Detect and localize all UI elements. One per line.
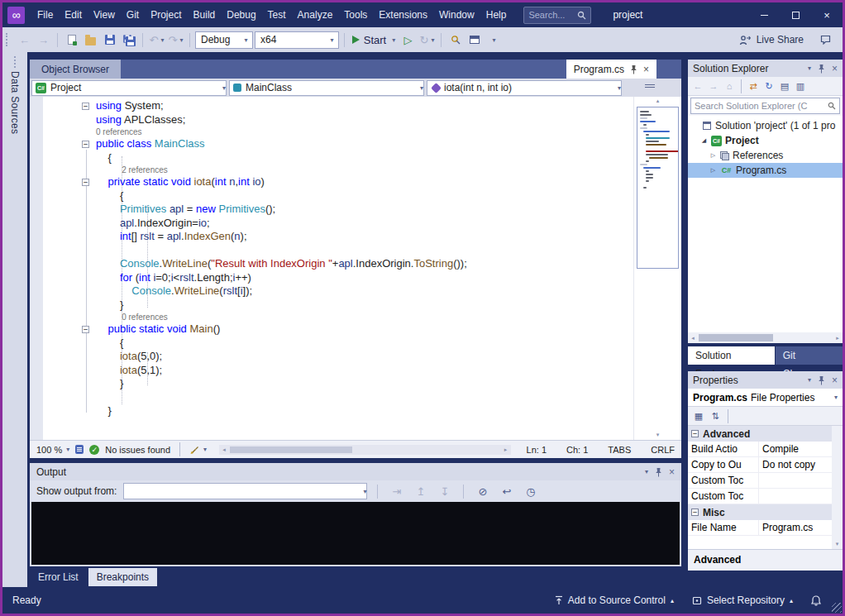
configuration-select[interactable]: Debug▾ <box>195 31 253 49</box>
close-icon[interactable]: × <box>832 375 838 386</box>
fold-toggle-icon[interactable]: − <box>82 326 89 333</box>
tab-program-cs[interactable]: Program.cs × <box>566 60 656 79</box>
property-row[interactable]: Build ActioCompile <box>688 442 832 457</box>
dropdown-caret-icon[interactable]: ▾ <box>363 488 366 495</box>
search-icon[interactable] <box>828 102 836 110</box>
line-indicator[interactable]: Ln: 1 <box>527 445 547 455</box>
search-input[interactable] <box>528 10 574 20</box>
nav-forward-icon[interactable]: → <box>706 79 721 93</box>
undo-button[interactable]: ↶▾ <box>148 31 165 49</box>
dropdown-caret-icon[interactable]: ▾ <box>808 64 811 72</box>
sort-az-icon[interactable]: ⇅ <box>708 408 723 423</box>
horizontal-scrollbar[interactable]: ◂ ▸ <box>219 445 510 455</box>
nav-forward-icon[interactable]: → <box>35 31 52 49</box>
property-row[interactable]: Custom Toc <box>688 489 832 504</box>
property-value[interactable] <box>759 473 832 488</box>
menu-item-project[interactable]: Project <box>145 6 187 24</box>
column-indicator[interactable]: Ch: 1 <box>566 445 588 455</box>
menu-item-window[interactable]: Window <box>433 6 480 24</box>
scroll-right-icon[interactable]: ▸ <box>833 335 843 341</box>
eol-indicator[interactable]: CRLF <box>651 445 675 455</box>
document-health-icon[interactable] <box>75 445 84 454</box>
se-sync-icon[interactable]: ⇄ <box>746 79 761 93</box>
codelens-references[interactable]: 0 references <box>30 312 633 322</box>
se-properties-icon[interactable]: ▥ <box>793 79 808 93</box>
se-refresh-icon[interactable]: ↻ <box>761 79 776 93</box>
maximize-button[interactable] <box>780 2 811 27</box>
clear-output-icon[interactable]: ⊘ <box>474 482 491 500</box>
search-icon[interactable] <box>577 11 586 20</box>
nav-back-icon[interactable]: ← <box>16 31 33 49</box>
panel-tab-error-list[interactable]: Error List <box>30 568 87 586</box>
scroll-down-icon[interactable]: ▾ <box>832 541 843 547</box>
feedback-button[interactable] <box>817 31 834 49</box>
menu-item-edit[interactable]: Edit <box>59 6 88 24</box>
scroll-down-icon[interactable]: ▾ <box>634 432 681 438</box>
live-share-button[interactable]: Live Share <box>739 34 804 45</box>
member-dropdown[interactable]: iota(int n, int io)▾ <box>427 80 622 96</box>
scroll-left-icon[interactable]: ◂ <box>219 446 229 453</box>
property-row[interactable]: File NameProgram.cs <box>688 520 832 536</box>
menu-item-test[interactable]: Test <box>262 6 292 24</box>
indent-mode-indicator[interactable]: TABS <box>608 445 631 455</box>
close-icon[interactable]: × <box>832 63 838 74</box>
output-source-select[interactable]: ▾ <box>123 483 367 499</box>
tree-item-solution-project-1-of-1-pro[interactable]: Solution 'project' (1 of 1 pro <box>688 118 843 133</box>
solution-search[interactable] <box>688 96 843 116</box>
minimap[interactable]: ▴ ▾ <box>633 97 681 440</box>
menu-item-view[interactable]: View <box>88 6 121 24</box>
find-in-files-button[interactable] <box>446 31 464 49</box>
code-surface[interactable]: −using System;using APLClasses;0 referen… <box>30 97 681 440</box>
dropdown-caret-icon[interactable]: ▾ <box>240 32 252 48</box>
properties-title-bar[interactable]: Properties ▾ × <box>688 371 843 389</box>
fold-toggle-icon[interactable]: − <box>82 179 89 186</box>
codelens-references[interactable]: 0 references <box>30 127 633 137</box>
scroll-up-icon[interactable]: ▴ <box>634 98 681 104</box>
open-file-button[interactable] <box>82 31 99 49</box>
output-content[interactable] <box>31 502 680 565</box>
dropdown-caret-icon[interactable]: ▾ <box>808 376 811 384</box>
data-sources-tab[interactable]: Data Sources <box>9 71 21 134</box>
start-debug-button[interactable]: Start▾ <box>350 31 398 49</box>
codelens-references[interactable]: 2 references <box>30 165 633 175</box>
pin-icon[interactable] <box>818 375 825 385</box>
history-icon[interactable]: ◷ <box>522 482 539 500</box>
output-title-bar[interactable]: Output ▾ × <box>30 463 681 480</box>
tree-collapsed-icon[interactable]: ▷ <box>709 152 717 159</box>
solution-search-input[interactable] <box>695 101 825 111</box>
fold-toggle-icon[interactable]: − <box>82 103 89 110</box>
command-window-button[interactable] <box>465 31 483 49</box>
menu-item-git[interactable]: Git <box>121 6 145 24</box>
collapse-box-icon[interactable]: − <box>691 509 699 516</box>
scroll-right-icon[interactable]: ▸ <box>501 446 511 453</box>
toolbar-overflow-button[interactable]: ▾ <box>485 31 502 49</box>
code-cleanup-button[interactable]: ▾ <box>189 445 207 455</box>
hot-reload-button[interactable]: ↻▾ <box>418 31 436 49</box>
toolbar-grip[interactable] <box>6 33 10 46</box>
close-icon[interactable]: × <box>669 466 675 478</box>
solution-explorer-title-bar[interactable]: Solution Explorer ▾ × <box>688 60 843 77</box>
type-dropdown[interactable]: MainClass▾ <box>229 80 424 96</box>
property-value[interactable] <box>759 489 832 504</box>
property-value[interactable]: Do not copy <box>759 457 832 472</box>
tree-item-references[interactable]: ▷References <box>688 148 843 163</box>
tree-item-program-cs[interactable]: ▷C#Program.cs <box>688 163 843 178</box>
pin-icon[interactable] <box>818 64 825 74</box>
pin-icon[interactable] <box>655 467 662 477</box>
resize-grip[interactable] <box>832 603 842 613</box>
menu-item-analyze[interactable]: Analyze <box>292 6 339 24</box>
dropdown-caret-icon[interactable]: ▾ <box>834 394 838 401</box>
tool-tab-git-changes[interactable]: Git Changes <box>776 346 843 365</box>
code-lines[interactable]: −using System;using APLClasses;0 referen… <box>30 97 633 440</box>
pin-icon[interactable] <box>630 64 637 74</box>
scroll-left-icon[interactable]: ◂ <box>688 335 698 341</box>
tree-item-project[interactable]: ◢C#Project <box>688 133 843 148</box>
minimap-viewport[interactable] <box>637 107 679 269</box>
dropdown-caret-icon[interactable]: ▾ <box>326 32 338 48</box>
dropdown-caret-icon[interactable]: ▾ <box>645 468 648 475</box>
zoom-select[interactable]: 100 %▾ <box>36 445 69 455</box>
save-button[interactable] <box>101 31 118 49</box>
property-category[interactable]: −Misc <box>688 504 832 520</box>
properties-object-select[interactable]: Program.cs File Properties ▾ <box>688 389 843 407</box>
se-collapse-all-icon[interactable]: ▤ <box>777 79 792 93</box>
